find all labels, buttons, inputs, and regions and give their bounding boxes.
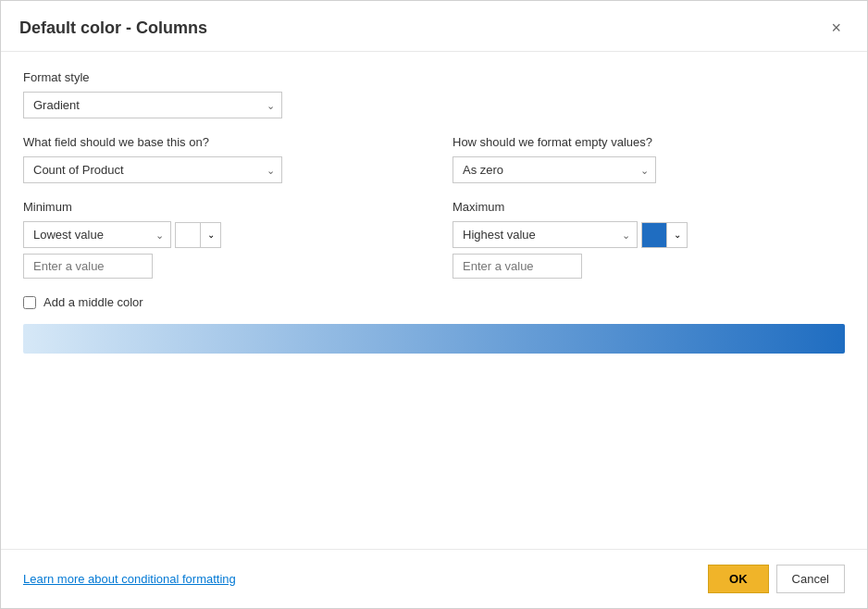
field-label: What field should we base this on? [23, 135, 415, 149]
minimum-color-swatch[interactable] [175, 222, 201, 248]
gradient-preview-bar [23, 324, 845, 354]
format-style-select-wrapper: Gradient Rules Font color ⌄ [23, 92, 282, 118]
minimum-color-wrapper: ⌄ [175, 222, 221, 248]
maximum-select[interactable]: Highest value Number Percent Percentile … [453, 221, 638, 248]
format-style-section: Format style Gradient Rules Font color ⌄ [23, 70, 845, 118]
format-style-select[interactable]: Gradient Rules Font color [23, 92, 282, 118]
min-max-row: Minimum Lowest value Number Percent Perc… [23, 200, 845, 279]
maximum-color-swatch[interactable] [641, 222, 667, 248]
maximum-label: Maximum [453, 200, 845, 214]
middle-color-label[interactable]: Add a middle color [43, 295, 143, 309]
maximum-controls: Highest value Number Percent Percentile … [453, 221, 845, 248]
middle-color-checkbox[interactable] [23, 296, 36, 309]
field-select-wrapper: Count of Product ⌄ [23, 156, 282, 183]
minimum-select-wrapper: Lowest value Number Percent Percentile F… [23, 221, 171, 248]
empty-values-select[interactable]: As zero As blank [453, 156, 656, 183]
dialog-title: Default color - Columns [19, 19, 207, 38]
footer-buttons: OK Cancel [708, 565, 845, 593]
empty-values-select-wrapper: As zero As blank ⌄ [453, 156, 656, 183]
minimum-section: Minimum Lowest value Number Percent Perc… [23, 200, 415, 279]
empty-values-label: How should we format empty values? [453, 135, 845, 149]
maximum-select-wrapper: Highest value Number Percent Percentile … [453, 221, 638, 248]
minimum-value-input[interactable] [23, 254, 153, 279]
field-empty-row: What field should we base this on? Count… [23, 135, 845, 183]
dialog-header: Default color - Columns × [1, 1, 867, 52]
ok-button[interactable]: OK [708, 565, 769, 593]
dialog-footer: Learn more about conditional formatting … [1, 549, 867, 608]
empty-values-section: How should we format empty values? As ze… [415, 135, 845, 183]
minimum-select[interactable]: Lowest value Number Percent Percentile F… [23, 221, 171, 248]
cancel-button[interactable]: Cancel [776, 565, 845, 593]
minimum-controls: Lowest value Number Percent Percentile F… [23, 221, 415, 248]
field-select[interactable]: Count of Product [23, 156, 282, 183]
close-button[interactable]: × [824, 16, 849, 40]
dialog: Default color - Columns × Format style G… [0, 0, 868, 609]
maximum-section: Maximum Highest value Number Percent Per… [415, 200, 845, 279]
maximum-color-wrapper: ⌄ [641, 222, 688, 248]
format-style-label: Format style [23, 70, 845, 84]
field-section: What field should we base this on? Count… [23, 135, 415, 183]
learn-more-link[interactable]: Learn more about conditional formatting [23, 572, 236, 586]
minimum-label: Minimum [23, 200, 415, 214]
dialog-body: Format style Gradient Rules Font color ⌄… [1, 52, 867, 549]
middle-color-row: Add a middle color [23, 295, 845, 309]
minimum-color-dropdown-button[interactable]: ⌄ [201, 222, 221, 248]
maximum-color-dropdown-button[interactable]: ⌄ [667, 222, 688, 248]
maximum-value-input[interactable] [453, 254, 582, 279]
